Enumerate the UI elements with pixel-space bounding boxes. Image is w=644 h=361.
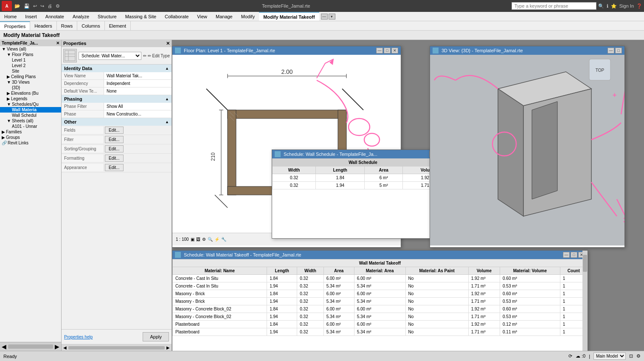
sub-tab-element[interactable]: Element [105,21,131,30]
quick-access-toolbar[interactable]: 📂 💾 ↩ ↪ 🖨 ⚙ [14,3,61,10]
sync-icon[interactable]: ⟳ [568,353,572,359]
sub-tab-rows[interactable]: Rows [57,21,78,30]
identity-data-section[interactable]: Identity Data ▲ [62,65,172,72]
phase-filter-value[interactable]: Show All [104,103,172,110]
sub-tab-properties[interactable]: Properties [0,21,30,30]
tree-ceiling-plans[interactable]: ▶Ceiling Plans [0,74,61,79]
tree-level-2[interactable]: Level 2 [0,63,61,68]
tab-home[interactable]: Home [0,12,21,21]
fp-icon5[interactable]: ⚡ [214,237,219,242]
browser-prev[interactable]: ◀ [2,343,6,350]
tree-wall-material[interactable]: Wall Materia [0,107,61,113]
takeoff-titlebar[interactable]: Schedule: Wall Material Takeoff - Templa… [172,251,588,259]
tab-view[interactable]: View [193,12,211,21]
fp-icon4[interactable]: 🔍 [208,237,213,242]
tree-views-all[interactable]: ▼Views (all) [0,46,61,52]
tab-analyze[interactable]: Analyze [68,12,93,21]
tree-families[interactable]: ▶Families [0,129,61,135]
workset-indicator[interactable]: ☁ :0 [576,353,585,359]
edit-type-btn[interactable]: ✏ ✏ Edit Type [143,54,170,58]
floor-plan-titlebar[interactable]: Floor Plan: Level 1 - TemplateFile_Jamal… [172,46,401,55]
close-properties-icon[interactable]: ✕ [166,41,170,46]
cell: 1.92 m³ [468,321,500,328]
model-select[interactable]: Main Model [593,353,626,360]
tree-sheets[interactable]: ▼Sheets (all) [0,118,61,124]
tab-annotate[interactable]: Annotate [41,12,68,21]
sign-in-btn[interactable]: Sign In [619,3,634,8]
to-minimize-btn[interactable]: — [563,252,570,258]
tree-groups[interactable]: ▶Groups [0,135,61,140]
tree-schedules[interactable]: ▼Schedules/Qu [0,102,61,107]
fp-icon3[interactable]: ⚙ [202,237,206,242]
sub-tab-headers[interactable]: Headers [30,21,57,30]
tree-elevations[interactable]: ▶Elevations (Bu [0,90,61,96]
fp-icon1[interactable]: ▣ [191,237,194,242]
print-icon[interactable]: 🖨 [47,3,53,9]
cell: No [405,298,468,305]
view-name-value[interactable]: Wall Material Tak... [104,72,172,79]
other-section[interactable]: Other ▲ [62,118,172,126]
browser-next[interactable]: ▶ [55,343,59,350]
sub-tab-columns[interactable]: Columns [77,21,104,30]
undo-icon[interactable]: ↩ [32,3,38,10]
search-input[interactable] [512,2,596,10]
tree-revit-links[interactable]: 🔗Revit Links [0,140,61,146]
fp-icon6[interactable]: 🔧 [221,237,226,242]
fp-maximize-btn[interactable]: □ [384,48,391,54]
settings-icon[interactable]: ⚙ [55,3,61,10]
tree-3d[interactable]: {3D} [0,85,61,90]
fp-close-btn[interactable]: ✕ [391,48,398,54]
takeoff-vscroll[interactable] [582,259,588,351]
fields-edit-btn[interactable]: Edit... [105,127,124,134]
tab-modify-material-takeoff[interactable]: Modify Material Takeoff [259,12,319,21]
fp-minimize-btn[interactable]: — [376,48,383,54]
tree-wall-schedule[interactable]: Wall Schedul [0,113,61,118]
scroll-left[interactable]: ◀ [63,345,67,350]
to-col-area: Area [323,267,354,275]
info-icon[interactable]: ℹ [607,3,608,9]
schedule-titlebar[interactable]: Schedule: Wall Schedule - TemplateFile_J… [272,150,454,158]
search-btn-icon[interactable]: 🔍 [598,3,604,9]
help-icon[interactable]: ❓ [636,3,642,9]
scroll-right[interactable]: ▶ [166,345,170,350]
open-icon[interactable]: 📂 [14,3,21,10]
filter-edit-btn[interactable]: Edit... [105,136,124,143]
appearance-edit-btn[interactable]: Edit... [105,164,124,171]
tree-3d-views[interactable]: ▼3D Views [0,79,61,85]
formatting-edit-btn[interactable]: Edit... [105,155,124,162]
default-view-te-value[interactable]: None [104,87,172,95]
threed-titlebar[interactable]: 3D View: {3D} - TemplateFile_Jamal.rte —… [430,46,624,55]
to-maximize-btn[interactable]: □ [571,252,577,258]
zoom-indicator[interactable]: ⊡ [629,353,633,359]
view-controls[interactable]: ⚙ [636,353,641,359]
save-icon[interactable]: 💾 [23,3,31,10]
phasing-section[interactable]: Phasing ▲ [62,95,172,103]
threed-minimize-btn[interactable]: — [607,48,614,54]
tab-manage[interactable]: Manage [211,12,237,21]
redo-icon[interactable]: ↪ [39,3,45,10]
apply-btn[interactable]: Apply [143,332,169,341]
tab-modify[interactable]: Modify [237,12,259,21]
fp-icon2[interactable]: 🖼 [196,237,200,242]
sorting-grouping-edit-btn[interactable]: Edit... [105,145,124,152]
tab-massing[interactable]: Massing & Site [121,12,160,21]
tab-insert[interactable]: Insert [21,12,41,21]
ribbon-minimize-btn[interactable]: — [321,14,328,20]
close-browser-icon[interactable]: ✕ [56,41,59,45]
cell: 6.00 m² [323,321,354,328]
star-icon[interactable]: ⭐ [611,3,617,9]
properties-help-link[interactable]: Properties help [64,335,93,339]
tree-legends[interactable]: ▶Legends [0,96,61,102]
ribbon-dropdown-btn[interactable]: ▾ [329,14,335,20]
tab-structure[interactable]: Structure [93,12,121,21]
type-select[interactable]: Schedule: Wall Mater... [79,52,141,60]
threed-maximize-btn[interactable]: □ [615,48,622,54]
phase-value[interactable]: New Constructio... [104,110,172,118]
tree-floor-plans[interactable]: ▼Floor Plans [0,52,61,57]
tab-collaborate[interactable]: Collaborate [160,12,193,21]
tree-level-1[interactable]: Level 1 [0,57,61,63]
schedule-content: Wall Schedule Width Length Area Volume 0… [272,158,454,237]
schedule-icon [64,50,76,62]
tree-site[interactable]: Site [0,68,61,74]
tree-a101[interactable]: A101 - Unnar [0,124,61,129]
